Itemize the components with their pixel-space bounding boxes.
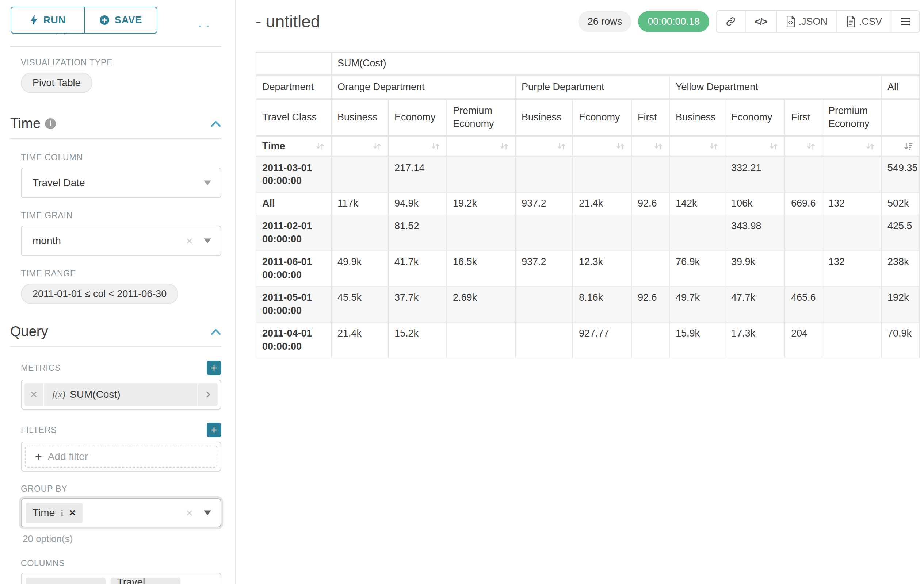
table-cell: 549.35: [882, 157, 920, 193]
time-grain-label: TIME GRAIN: [21, 211, 221, 220]
view-query-button[interactable]: </>: [745, 11, 776, 32]
clear-icon[interactable]: ×: [186, 507, 193, 519]
sort-column[interactable]: [822, 137, 882, 157]
chevron-right-icon[interactable]: ›: [197, 383, 218, 406]
filters-control: + Add filter: [21, 442, 221, 472]
sort-icon: [769, 141, 779, 151]
chevron-up-icon[interactable]: [210, 120, 221, 127]
save-button-label: SAVE: [115, 15, 142, 26]
export-json-button[interactable]: .JSON: [776, 11, 837, 32]
sort-column[interactable]: [573, 137, 632, 157]
time-sort-header[interactable]: Time: [256, 137, 332, 157]
add-filter-label: Add filter: [48, 451, 88, 462]
link-icon: [725, 16, 736, 27]
table-row: 2011-05-01 00:00:0045.5k37.7k2.69k8.16k9…: [256, 287, 920, 322]
table-row: All117k94.9k19.2k937.221.4k92.6142k106k6…: [256, 193, 920, 216]
query-timer-badge: 00:00:00.18: [638, 11, 709, 32]
add-filter-button[interactable]: + Add filter: [25, 446, 217, 467]
table-cell: [632, 322, 670, 359]
query-section-header: Query: [10, 324, 221, 339]
time-column-block: TIME COLUMN Travel Date: [21, 153, 221, 198]
table-cell: 94.9k: [389, 193, 447, 216]
group-by-select[interactable]: Timei✕ ×: [21, 498, 221, 527]
metric-header-cell: SUM(Cost): [332, 53, 920, 76]
tag-label: Department: [33, 582, 86, 584]
run-button[interactable]: RUN: [12, 7, 84, 33]
table-cell: 19.2k: [447, 193, 516, 216]
add-filter-plus-button[interactable]: [207, 423, 221, 437]
filters-block: FILTERS + Add filter: [21, 423, 221, 472]
sort-column[interactable]: [447, 137, 516, 157]
table-cell: [516, 287, 573, 322]
table-cell: [632, 216, 670, 251]
travel-class-axis-label: Travel Class: [256, 100, 332, 137]
pivot-table: SUM(Cost)DepartmentOrange DepartmentPurp…: [256, 52, 920, 359]
department-group-header: Purple Department: [516, 76, 670, 100]
sort-column[interactable]: [516, 137, 573, 157]
table-cell: 16.5k: [447, 251, 516, 287]
chevron-up-icon[interactable]: [210, 328, 221, 336]
table-cell: 927.77: [573, 322, 632, 359]
collapsed-chevron-remnant-icon: [199, 26, 209, 27]
export-csv-button[interactable]: .CSV: [837, 11, 891, 32]
sort-column-active[interactable]: [882, 137, 920, 157]
sort-column[interactable]: [632, 137, 670, 157]
json-file-icon: [785, 16, 796, 27]
code-icon: </>: [754, 16, 767, 27]
visualization-type-block: VISUALIZATION TYPE Pivot Table: [21, 58, 221, 93]
visualization-type-pill[interactable]: Pivot Table: [21, 72, 92, 93]
travel-class-header: Business: [670, 100, 725, 137]
columns-block: COLUMNS Department✕Travel Class✕ × 19 op…: [21, 558, 221, 584]
selected-option-tag: Travel Class✕: [111, 578, 180, 584]
clear-icon[interactable]: ×: [186, 235, 193, 247]
remove-metric-icon[interactable]: ✕: [25, 383, 44, 406]
menu-button[interactable]: [891, 11, 919, 32]
table-cell: 2.69k: [447, 287, 516, 322]
remove-tag-icon[interactable]: ✕: [69, 508, 76, 518]
table-row: 2011-04-01 00:00:0021.4k15.2k927.7715.9k…: [256, 322, 920, 359]
time-section-title: Time: [10, 116, 41, 132]
chart-title[interactable]: - untitled: [256, 12, 320, 31]
run-save-button-group: RUN SAVE: [11, 7, 157, 34]
dropdown-caret-icon: [204, 239, 211, 243]
sort-column[interactable]: [332, 137, 389, 157]
metric-control: ✕ f(x) SUM(Cost) ›: [21, 380, 221, 410]
sort-column[interactable]: [785, 137, 822, 157]
sort-icon: [615, 141, 625, 151]
share-link-button[interactable]: [716, 11, 745, 32]
info-icon: i: [45, 118, 56, 129]
sort-column[interactable]: [725, 137, 785, 157]
table-cell: 217.14: [389, 157, 447, 193]
menu-icon: [900, 17, 911, 26]
tag-label: Time: [33, 507, 55, 519]
plus-icon: [210, 426, 218, 434]
sort-column[interactable]: [389, 137, 447, 157]
metric-name: SUM(Cost): [70, 389, 120, 400]
table-cell: [573, 216, 632, 251]
run-save-toolbar: RUN SAVE: [10, 0, 221, 34]
travel-class-header: Premium Economy: [447, 100, 516, 137]
table-cell: 465.6: [785, 287, 822, 322]
save-button[interactable]: SAVE: [84, 7, 157, 33]
export-toolbar: </> .JSON .CSV: [716, 10, 920, 33]
sort-icon: [806, 141, 816, 151]
table-cell: [447, 216, 516, 251]
query-section-title: Query: [10, 324, 48, 339]
add-metric-button[interactable]: [207, 360, 221, 375]
table-cell: [516, 216, 573, 251]
table-cell: 117k: [332, 193, 389, 216]
sort-column[interactable]: [670, 137, 725, 157]
row-label: 2011-05-01 00:00:00: [256, 287, 332, 322]
columns-select[interactable]: Department✕Travel Class✕ ×: [21, 572, 221, 584]
csv-file-icon: [846, 16, 856, 27]
time-section-header: Time i: [10, 116, 221, 132]
row-label: All: [256, 193, 332, 216]
table-cell: 8.16k: [573, 287, 632, 322]
time-grain-select[interactable]: month ×: [21, 225, 221, 256]
time-column-select[interactable]: Travel Date: [21, 168, 221, 198]
time-range-pill[interactable]: 2011-01-01 ≤ col < 2011-06-30: [21, 284, 178, 304]
department-axis-label: Department: [256, 76, 332, 100]
metric-pill[interactable]: ✕ f(x) SUM(Cost) ›: [25, 383, 218, 406]
group-by-block: GROUP BY Timei✕ × 20 option(s): [21, 484, 221, 545]
table-cell: 92.6: [632, 287, 670, 322]
